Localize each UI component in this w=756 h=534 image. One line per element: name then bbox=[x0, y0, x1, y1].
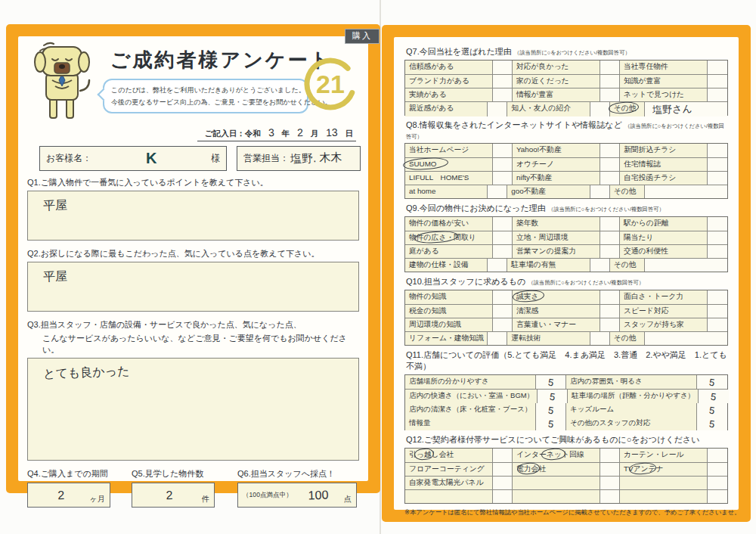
option-checkbox[interactable] bbox=[600, 158, 620, 171]
option-checkbox[interactable] bbox=[493, 231, 513, 244]
option-checkbox[interactable] bbox=[493, 75, 513, 88]
option-checkbox[interactable] bbox=[493, 88, 513, 101]
option-label-text: 物件の価格が安い bbox=[409, 219, 469, 227]
q2-label: Q2.お探しになる際に最もこだわった点、気に入っている点を教えて下さい。 bbox=[27, 248, 361, 259]
option-checkbox[interactable] bbox=[590, 259, 610, 272]
option-checkbox[interactable] bbox=[488, 102, 507, 116]
q1-answer-handwriting: 平屋 bbox=[27, 191, 67, 215]
option-checkbox[interactable] bbox=[600, 463, 620, 476]
option-checkbox[interactable] bbox=[600, 144, 620, 157]
option-checkbox[interactable] bbox=[708, 158, 727, 171]
rating-label-text: 情報量 bbox=[409, 418, 431, 427]
rating-score-cell[interactable]: 5 bbox=[538, 390, 568, 403]
option-checkbox[interactable] bbox=[590, 185, 610, 198]
q4-value-handwriting: 2 bbox=[33, 487, 90, 503]
option-checkbox[interactable] bbox=[708, 449, 727, 462]
rating-score-cell[interactable]: 5 bbox=[697, 417, 727, 430]
q3-answer-box[interactable]: とても良かった bbox=[27, 358, 359, 461]
option-checkbox[interactable] bbox=[708, 490, 727, 503]
option-checkbox[interactable] bbox=[708, 477, 727, 489]
q1-answer-box[interactable]: 平屋 bbox=[27, 191, 359, 241]
option-checkbox[interactable] bbox=[493, 305, 513, 318]
agent-name-handwriting: 塩野. 木木 bbox=[290, 151, 342, 166]
q6-value-box[interactable]: （100点満点中） 100 点 bbox=[237, 483, 357, 508]
date-day-handwriting[interactable]: 13 bbox=[321, 126, 343, 138]
customer-name-field[interactable]: お客様名： K 様 bbox=[39, 146, 227, 171]
option-checkbox[interactable] bbox=[600, 290, 620, 304]
option-checkbox[interactable] bbox=[708, 217, 727, 231]
option-checkbox[interactable] bbox=[493, 318, 513, 331]
option-checkbox[interactable] bbox=[493, 490, 513, 503]
option-checkbox[interactable] bbox=[488, 185, 507, 198]
option-checkbox[interactable] bbox=[708, 245, 727, 258]
option-checkbox[interactable] bbox=[493, 463, 513, 476]
other-write-in-cell[interactable] bbox=[645, 259, 727, 272]
option-checkbox[interactable] bbox=[493, 217, 513, 231]
option-checkbox[interactable] bbox=[600, 61, 620, 74]
option-label: 当社ホームページ bbox=[405, 144, 493, 157]
option-checkbox[interactable] bbox=[493, 158, 513, 171]
option-label: スピード対応 bbox=[620, 305, 708, 318]
option-label-text: ブランド力がある bbox=[409, 76, 469, 85]
option-checkbox[interactable] bbox=[600, 172, 620, 185]
handwritten-score: 5 bbox=[708, 405, 715, 417]
q8-title: Q8.情報収集をされたインターネットサイトや情報誌など bbox=[406, 120, 622, 129]
option-checkbox[interactable] bbox=[708, 144, 727, 157]
option-checkbox[interactable] bbox=[708, 61, 727, 74]
option-checkbox[interactable] bbox=[590, 332, 610, 345]
table-row: 実績がある情報が豊富ネットで見つけた bbox=[405, 88, 727, 101]
option-checkbox[interactable] bbox=[708, 172, 727, 185]
option-checkbox[interactable] bbox=[708, 290, 727, 304]
option-checkbox[interactable] bbox=[488, 259, 507, 272]
option-label-text: その他 bbox=[614, 334, 637, 342]
option-checkbox[interactable] bbox=[708, 75, 727, 88]
option-checkbox[interactable] bbox=[600, 449, 620, 462]
option-label-text: 電力会社 bbox=[516, 464, 546, 473]
option-checkbox[interactable] bbox=[600, 318, 620, 331]
option-checkbox[interactable] bbox=[493, 144, 513, 157]
option-checkbox[interactable] bbox=[493, 172, 513, 185]
option-checkbox[interactable] bbox=[600, 217, 620, 231]
other-write-in-cell[interactable] bbox=[645, 332, 727, 345]
q4-value-box[interactable]: 2 ヶ月 bbox=[27, 483, 110, 508]
option-checkbox[interactable] bbox=[708, 305, 727, 318]
date-month-handwriting[interactable]: 2 bbox=[292, 126, 308, 139]
option-checkbox[interactable] bbox=[493, 449, 513, 462]
option-checkbox[interactable] bbox=[600, 75, 620, 88]
rating-label-text: 店舗場所の分かりやすさ bbox=[409, 377, 489, 385]
option-checkbox[interactable] bbox=[600, 477, 620, 489]
handwritten-score: 5 bbox=[708, 377, 715, 389]
option-checkbox[interactable] bbox=[493, 61, 513, 74]
option-checkbox[interactable] bbox=[600, 305, 620, 318]
rating-score-cell[interactable]: 5 bbox=[697, 403, 727, 417]
option-checkbox[interactable] bbox=[708, 463, 727, 476]
option-checkbox[interactable] bbox=[488, 332, 507, 345]
q2-answer-box[interactable]: 平屋 bbox=[27, 262, 359, 312]
option-label-text: スピード対応 bbox=[624, 306, 668, 315]
option-checkbox[interactable] bbox=[600, 88, 620, 101]
other-write-in-cell[interactable]: 塩野さん bbox=[645, 102, 727, 116]
option-checkbox[interactable] bbox=[590, 102, 610, 116]
option-checkbox[interactable] bbox=[600, 490, 620, 503]
option-checkbox[interactable] bbox=[708, 318, 727, 331]
option-checkbox[interactable] bbox=[708, 231, 727, 244]
q6-prefix: （100点満点中） bbox=[243, 491, 293, 500]
other-write-in-cell[interactable] bbox=[645, 185, 727, 198]
option-checkbox[interactable] bbox=[600, 231, 620, 244]
rating-label-text: 店内の快適さ（におい・室温・BGM） bbox=[409, 391, 534, 399]
q5-value-box[interactable]: 2 件 bbox=[132, 483, 215, 508]
rating-score-cell[interactable]: 5 bbox=[536, 375, 566, 389]
option-checkbox[interactable] bbox=[493, 477, 513, 489]
option-checkbox[interactable] bbox=[708, 88, 727, 101]
agent-name-field[interactable]: 営業担当： 塩野. 木木 bbox=[237, 146, 361, 171]
rating-score-cell[interactable]: 5 bbox=[536, 403, 566, 417]
rating-score-cell[interactable]: 5 bbox=[536, 417, 566, 430]
rating-score-cell[interactable]: 5 bbox=[697, 375, 727, 389]
option-checkbox[interactable] bbox=[493, 290, 513, 304]
option-label: 信頼感がある bbox=[405, 61, 493, 74]
option-checkbox[interactable] bbox=[600, 245, 620, 258]
date-year-handwriting[interactable]: 3 bbox=[262, 126, 279, 139]
q3-label-line2: こんなサービスがあったらいいな、などご意見・ご要望を何でもお聞かせください。 bbox=[42, 333, 361, 355]
option-checkbox[interactable] bbox=[493, 245, 513, 258]
rating-score-cell[interactable]: 5 bbox=[699, 390, 729, 403]
